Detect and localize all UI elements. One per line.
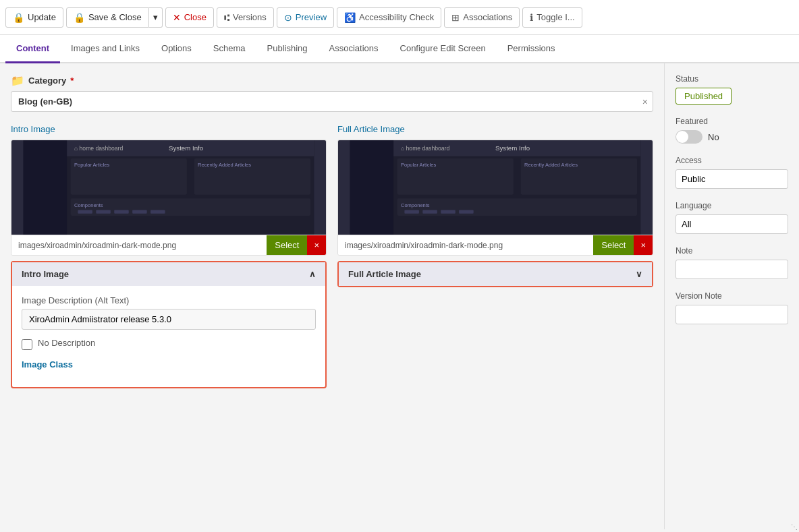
tab-options[interactable]: Options: [150, 35, 202, 63]
associations-button[interactable]: ⊞ Associations: [444, 7, 520, 28]
preview-button[interactable]: ⊙ Preview: [277, 7, 334, 28]
associations-icon: ⊞: [451, 12, 460, 23]
category-label: 📁 Category *: [11, 74, 653, 87]
version-note-field: Version Note: [676, 291, 788, 324]
required-asterisk: *: [70, 76, 74, 86]
intro-collapsible-body: Image Description (Alt Text) No Descript…: [12, 286, 325, 387]
tab-images-links[interactable]: Images and Links: [60, 35, 150, 63]
intro-image-preview: ⌂ home dashboard System Info Popular Art…: [11, 140, 326, 235]
intro-collapsible-header[interactable]: Intro Image ∧: [12, 262, 325, 286]
resize-handle[interactable]: ⋱: [788, 521, 799, 529]
svg-text:⌂ home dashboard: ⌂ home dashboard: [74, 145, 123, 152]
version-note-label: Version Note: [676, 291, 788, 301]
tab-associations[interactable]: Associations: [319, 35, 389, 63]
alt-text-input[interactable]: [22, 309, 316, 330]
full-collapsible-header[interactable]: Full Article Image ∨: [339, 262, 652, 286]
accessibility-button[interactable]: ♿ Accessibility Check: [337, 7, 441, 28]
access-label: Access: [676, 156, 788, 165]
intro-image-label: Intro Image: [11, 124, 327, 134]
status-badge: Published: [676, 88, 732, 105]
category-field: 📁 Category * ×: [11, 74, 653, 112]
intro-image-container: ⌂ home dashboard System Info Popular Art…: [11, 140, 327, 256]
svg-text:Recently Added Articles: Recently Added Articles: [198, 162, 251, 168]
note-field: Note: [676, 246, 788, 279]
note-label: Note: [676, 246, 788, 256]
note-input[interactable]: [676, 260, 788, 279]
toggle-label: Toggle I...: [536, 12, 574, 22]
associations-label: Associations: [463, 12, 512, 22]
close-icon: ✕: [173, 12, 181, 23]
full-image-path: images/xiroadmin/xiroadmin-dark-mode.png: [338, 236, 593, 255]
save-close-dropdown[interactable]: ▾: [149, 7, 163, 28]
versions-label: Versions: [233, 12, 267, 22]
tab-configure-edit[interactable]: Configure Edit Screen: [389, 35, 497, 63]
full-article-section: Full Article Image ⌂ home dashboard Syst…: [337, 124, 653, 388]
image-class-link[interactable]: Image Class: [22, 359, 73, 370]
svg-rect-1: [24, 140, 67, 235]
accessibility-label: Accessibility Check: [359, 12, 434, 22]
svg-text:Components: Components: [74, 202, 103, 208]
toolbar: 🔒 Update 🔒 Save & Close ▾ ✕ Close ⑆ Vers…: [0, 0, 799, 35]
svg-text:⌂ home dashboard: ⌂ home dashboard: [401, 145, 449, 152]
svg-text:Recently Added Articles: Recently Added Articles: [524, 162, 578, 168]
images-row: Intro Image ⌂ home dashboard System Info: [11, 124, 653, 388]
svg-rect-27: [404, 210, 419, 213]
tab-content[interactable]: Content: [5, 35, 60, 63]
versions-icon: ⑆: [224, 12, 229, 23]
language-field: Language All: [676, 201, 788, 234]
save-close-button[interactable]: 🔒 Save & Close: [66, 7, 149, 28]
tab-schema[interactable]: Schema: [202, 35, 256, 63]
alt-text-field: Image Description (Alt Text): [22, 295, 316, 330]
chevron-up-icon: ∧: [309, 269, 316, 279]
svg-rect-13: [114, 210, 129, 213]
full-image-preview: ⌂ home dashboard System Info Popular Art…: [338, 140, 653, 235]
featured-field: Featured No: [676, 117, 788, 144]
access-select[interactable]: Public: [676, 169, 788, 189]
full-select-button[interactable]: Select: [593, 235, 634, 255]
toggle-button[interactable]: ℹ Toggle I...: [522, 7, 582, 28]
full-image-collapsible: Full Article Image ∨: [337, 261, 653, 287]
language-label: Language: [676, 201, 788, 210]
dropdown-arrow: ▾: [153, 12, 158, 22]
tab-permissions[interactable]: Permissions: [497, 35, 566, 63]
svg-rect-11: [78, 210, 92, 213]
svg-text:System Info: System Info: [495, 144, 530, 152]
toggle-knob: [676, 131, 688, 143]
close-label: Close: [184, 12, 206, 22]
featured-toggle[interactable]: [676, 130, 702, 144]
svg-rect-30: [459, 210, 474, 213]
full-article-label: Full Article Image: [337, 124, 653, 134]
version-note-input[interactable]: [676, 305, 788, 324]
save-lock-icon: 🔒: [74, 12, 85, 23]
svg-rect-14: [132, 210, 147, 213]
category-input-wrap: ×: [11, 91, 653, 112]
intro-select-button[interactable]: Select: [267, 235, 307, 255]
update-button[interactable]: 🔒 Update: [5, 7, 63, 28]
language-select[interactable]: All: [676, 214, 788, 234]
versions-button[interactable]: ⑆ Versions: [217, 7, 274, 28]
access-field: Access Public: [676, 156, 788, 189]
preview-label: Preview: [296, 12, 327, 22]
tab-publishing[interactable]: Publishing: [256, 35, 319, 63]
intro-section-title: Intro Image: [22, 269, 69, 279]
tabs-bar: Content Images and Links Options Schema …: [0, 35, 799, 63]
save-close-group: 🔒 Save & Close ▾: [66, 7, 163, 28]
close-button[interactable]: ✕ Close: [165, 7, 214, 28]
accessibility-icon: ♿: [344, 12, 356, 23]
category-input[interactable]: [11, 91, 653, 112]
full-image-path-row: images/xiroadmin/xiroadmin-dark-mode.png…: [338, 235, 653, 255]
no-description-checkbox[interactable]: [22, 339, 32, 350]
svg-rect-15: [150, 210, 165, 213]
svg-text:Popular Articles: Popular Articles: [74, 162, 109, 168]
svg-rect-28: [422, 210, 437, 213]
status-field: Status Published: [676, 74, 788, 105]
alt-text-label: Image Description (Alt Text): [22, 295, 316, 305]
svg-rect-29: [441, 210, 456, 213]
intro-image-path: images/xiroadmin/xiroadmin-dark-mode.png: [11, 236, 267, 255]
preview-icon: ⊙: [284, 12, 292, 23]
featured-no-label: No: [708, 132, 719, 142]
no-description-field: No Description: [22, 338, 316, 351]
intro-remove-button[interactable]: ×: [307, 235, 326, 255]
category-clear-button[interactable]: ×: [642, 96, 648, 107]
full-remove-button[interactable]: ×: [634, 235, 653, 255]
